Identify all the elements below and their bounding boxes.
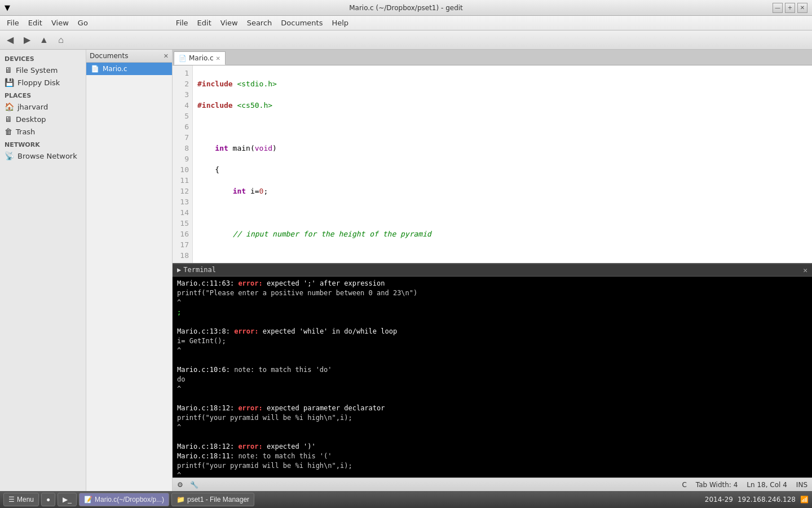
maximize-button[interactable]: + xyxy=(785,3,795,13)
terminal-header: ▶ Terminal ✕ xyxy=(173,264,812,277)
menu-edit-fm[interactable]: Edit xyxy=(24,17,47,28)
terminal-line-5 xyxy=(177,317,807,327)
tab-icon: 📄 xyxy=(179,55,187,62)
back-button[interactable]: ◀ xyxy=(2,32,18,48)
terminal-line-1: Mario.c:11:63: error: expected ';' after… xyxy=(177,279,807,288)
status-bar: ⚙ 🔧 C Tab Width: 4 Ln 18, Col 4 INS xyxy=(173,478,812,491)
sidebar-item-filesystem[interactable]: 🖥 File System xyxy=(0,64,86,76)
taskbar-menu-button[interactable]: ☰ Menu xyxy=(3,493,39,506)
code-content[interactable]: #include <stdio.h> #include <cs50.h> int… xyxy=(193,65,812,263)
terminal-line-9 xyxy=(177,356,807,365)
status-lang[interactable]: C xyxy=(682,481,686,489)
terminal-line-13 xyxy=(177,394,807,404)
terminal-content: Mario.c:11:63: error: expected ';' after… xyxy=(173,277,812,478)
sidebar-item-floppy[interactable]: 💾 Floppy Disk xyxy=(0,76,86,89)
sidebar-item-trash[interactable]: 🗑 Trash xyxy=(0,125,86,138)
status-ins: INS xyxy=(796,481,807,489)
tab-marioc[interactable]: 📄 Mario.c ✕ xyxy=(174,51,226,65)
terminal-line-11: do xyxy=(177,375,807,384)
filesystem-icon: 🖥 xyxy=(5,65,12,75)
status-settings-icon[interactable]: ⚙ xyxy=(177,481,183,489)
tab-close-button[interactable]: ✕ xyxy=(216,55,220,62)
terminal-line-7: i= GetInt(); xyxy=(177,336,807,346)
menu-edit-gedit[interactable]: Edit xyxy=(193,17,216,28)
taskbar-gedit-label: Mario.c(~/Dropbox/p...) xyxy=(95,496,164,503)
home-button[interactable]: ⌂ xyxy=(53,32,69,48)
status-ln-col: Ln 18, Col 4 xyxy=(747,481,787,489)
taskbar-gedit-button[interactable]: 📝 Mario.c(~/Dropbox/p...) xyxy=(79,493,169,506)
sidebar-places-label: PLACES xyxy=(0,89,86,100)
document-item-label: Mario.c xyxy=(103,65,127,73)
home-icon: 🏠 xyxy=(5,102,14,111)
code-line-4: int main(void) xyxy=(197,143,807,154)
terminal-line-18: Mario.c:18:12: error: expected ')' xyxy=(177,442,807,452)
content-row: Documents ✕ 📄 Mario.c 📄 Mario.c ✕ xyxy=(86,50,812,491)
taskbar-right: 2014-29 192.168.246.128 📶 xyxy=(705,496,809,503)
documents-header: Documents ✕ xyxy=(86,50,172,63)
taskbar-terminal-button[interactable]: ▶_ xyxy=(58,493,77,506)
sidebar-item-browse-network[interactable]: 📡 Browse Network xyxy=(0,150,86,162)
sidebar-item-desktop-label: Desktop xyxy=(16,115,46,124)
terminal-line-19: Mario.c:18:11: note: to match this '(' xyxy=(177,452,807,461)
terminal-line-21: ^ xyxy=(177,471,807,478)
terminal-close-button[interactable]: ✕ xyxy=(803,265,807,275)
code-editor[interactable]: 12345 678910 1112131415 161718 #include … xyxy=(173,65,812,263)
documents-close-button[interactable]: ✕ xyxy=(164,52,169,60)
close-button[interactable]: ✕ xyxy=(797,3,807,13)
documents-panel-title: Documents xyxy=(90,52,128,60)
sidebar-item-floppy-label: Floppy Disk xyxy=(17,78,60,87)
code-line-7 xyxy=(197,207,807,218)
terminal-line-16: ^ xyxy=(177,423,807,432)
gedit-icon: 📝 xyxy=(84,496,92,503)
terminal-line-12: ^ xyxy=(177,384,807,394)
taskbar-filemanager-button[interactable]: 📁 pset1 - File Manager xyxy=(171,493,254,506)
document-item-marioc[interactable]: 📄 Mario.c xyxy=(86,63,172,75)
status-tab-width[interactable]: Tab Width: 4 xyxy=(696,481,738,489)
minimize-button[interactable]: — xyxy=(773,3,783,13)
terminal-line-15: printf("your pyramid will be %i high\n",… xyxy=(177,413,807,423)
chromium-icon: ● xyxy=(46,496,50,503)
menu-search-gedit[interactable]: Search xyxy=(242,17,277,28)
sidebar-item-jharvard[interactable]: 🏠 jharvard xyxy=(0,100,86,113)
menu-view-fm[interactable]: View xyxy=(47,17,73,28)
right-panel: 📄 Mario.c ✕ 12345 678910 1112131415 1617… xyxy=(173,50,812,491)
title-bar: ▼ Mario.c (~/Dropbox/pset1) - gedit — + … xyxy=(0,0,812,16)
terminal-line-20: printf("your pyramid will be %i high\n",… xyxy=(177,461,807,471)
code-line-1: #include <stdio.h> xyxy=(197,78,807,89)
menu-documents-gedit[interactable]: Documents xyxy=(276,17,327,28)
trash-icon: 🗑 xyxy=(5,127,12,136)
menu-go-fm[interactable]: Go xyxy=(73,17,92,28)
terminal-line-3: ^ xyxy=(177,298,807,308)
taskbar-chromium-button[interactable]: ● xyxy=(41,493,55,506)
status-right: C Tab Width: 4 Ln 18, Col 4 INS xyxy=(682,481,807,489)
sidebar-item-filesystem-label: File System xyxy=(16,66,58,75)
sidebar: DEVICES 🖥 File System 💾 Floppy Disk PLAC… xyxy=(0,50,86,491)
terminal-line-17 xyxy=(177,432,807,442)
terminal-line-6: Mario.c:13:8: error: expected 'while' in… xyxy=(177,327,807,336)
terminal-line-2: printf("Please enter a positive number b… xyxy=(177,288,807,298)
main-area: DEVICES 🖥 File System 💾 Floppy Disk PLAC… xyxy=(0,50,812,491)
sidebar-item-trash-label: Trash xyxy=(16,128,35,136)
menu-file-fm[interactable]: File xyxy=(2,17,24,28)
menu-icon: ☰ xyxy=(8,496,15,503)
status-tools-icon[interactable]: 🔧 xyxy=(190,481,198,489)
sidebar-devices-label: DEVICES xyxy=(0,52,86,64)
terminal-label: ▶ Terminal xyxy=(177,265,216,275)
tab-label: Mario.c xyxy=(189,54,214,62)
sidebar-item-desktop[interactable]: 🖥 Desktop xyxy=(0,113,86,125)
up-button[interactable]: ▲ xyxy=(36,32,52,48)
title-collapse[interactable]: ▼ xyxy=(5,3,10,12)
network-status-icon: 📶 xyxy=(800,496,809,503)
forward-button[interactable]: ▶ xyxy=(19,32,35,48)
menu-bar: File Edit View Go File Edit View Search … xyxy=(0,16,812,30)
menu-file-gedit[interactable]: File xyxy=(171,17,193,28)
taskbar-filemanager-label: pset1 - File Manager xyxy=(187,496,249,503)
menu-help-gedit[interactable]: Help xyxy=(327,17,353,28)
menu-view-gedit[interactable]: View xyxy=(216,17,242,28)
terminal-line-14: Mario.c:18:12: error: expected parameter… xyxy=(177,404,807,413)
line-numbers: 12345 678910 1112131415 161718 xyxy=(173,65,193,263)
tab-bar: 📄 Mario.c ✕ xyxy=(173,50,812,65)
toolbar: ◀ ▶ ▲ ⌂ xyxy=(0,30,812,50)
floppy-icon: 💾 xyxy=(5,78,14,87)
network-icon: 📡 xyxy=(5,151,14,160)
